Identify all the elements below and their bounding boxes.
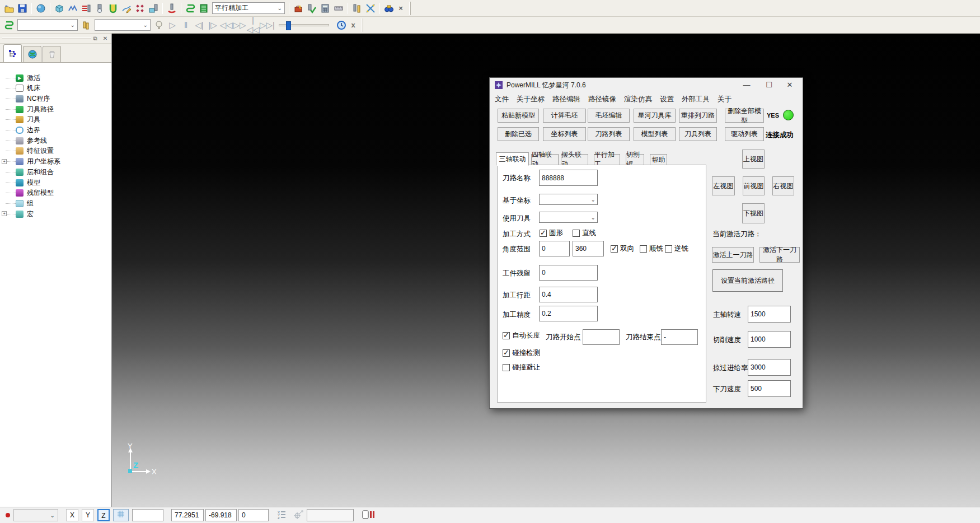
boundary-icon[interactable] [67,2,79,15]
menu-external-tools[interactable]: 外部工具 [678,95,714,104]
axis-y-button[interactable]: Y [82,509,94,521]
menu-render-sim[interactable]: 渲染仿真 [620,95,656,104]
angle-to-input[interactable] [573,241,604,256]
pencil-curve-icon[interactable] [120,2,133,15]
collision-avoid-checkbox[interactable]: 碰撞避让 [503,363,540,372]
tab-saw[interactable]: 切割锯 [626,154,644,165]
tolerance-input[interactable] [539,306,598,321]
menu-path-mirror[interactable]: 路径镜像 [584,95,620,104]
tab-tilthead[interactable]: 摆头联动 [561,154,588,165]
angle-from-input[interactable] [539,241,570,256]
tree-item-6[interactable]: 参考线 [0,136,47,146]
tree-item-9[interactable]: 层和组合 [0,167,54,177]
explorer-tab-trash[interactable] [43,46,61,62]
cutting-speed-input[interactable] [748,331,791,348]
coord-list-icon[interactable]: XYZ [278,510,287,521]
tab-4axis[interactable]: 四轴联动 [531,154,559,165]
checkbox-icon[interactable] [611,245,618,253]
tree-item-8[interactable]: +用户坐标系 [0,157,60,167]
auto-length-checkbox[interactable]: 自动长度 [503,331,540,340]
plunge-speed-input[interactable] [748,380,791,397]
tree-item-2[interactable]: NC程序 [0,94,50,104]
explorer-tab-tree[interactable] [3,44,22,62]
probe-position-icon[interactable] [293,510,303,521]
save-icon[interactable] [16,2,29,15]
view-top-button[interactable]: 上视图 [742,150,765,169]
grid-size-input[interactable] [132,509,163,521]
panel-restore-icon[interactable]: ⧉ [91,35,99,43]
jump-start-button[interactable]: |◁◁ [246,15,260,35]
tree-item-13[interactable]: +宏 [0,209,34,219]
block-icon[interactable] [53,2,65,15]
swap-tool-icon[interactable] [364,2,377,15]
step-back-button[interactable]: ◁| [193,20,206,30]
coord-list-button[interactable]: 坐标列表 [543,127,586,141]
model-list-button[interactable]: 模型列表 [634,127,676,141]
dialog-titlebar[interactable]: PowerMILL 忆梦星河 7.0.6 — ☐ ✕ [490,78,803,92]
tree-item-4[interactable]: 刀具 [0,115,40,125]
activate-prev-toolpath-button[interactable]: 激活上一刀路 [712,247,754,263]
checkbox-icon[interactable] [573,230,580,237]
lightbulb-icon[interactable] [153,19,165,31]
tree-item-0[interactable]: ▶激活 [0,73,40,83]
delete-selected-button[interactable]: 删除已选 [498,127,539,141]
checkbox-icon[interactable] [540,230,547,237]
rewind-button[interactable]: ◁◁ [219,20,233,30]
drill-collision-icon[interactable] [166,2,178,15]
coord-x-input[interactable] [171,509,204,521]
speed-slider-handle[interactable] [286,21,291,30]
spindle-speed-input[interactable] [748,306,791,323]
stock-left-input[interactable] [539,265,598,281]
sim-tool-dropdown[interactable]: ⌄ [95,19,151,31]
tool-block-icon[interactable] [147,2,160,15]
skim-feed-input[interactable] [748,359,791,376]
tab-parallel[interactable]: 平行加工 [594,154,620,165]
sim-toolpath-dropdown[interactable]: ⌄ [17,19,78,31]
tree-item-7[interactable]: 特征设置 [0,146,54,156]
menu-path-edit[interactable]: 路径编辑 [548,95,584,104]
start-point-input[interactable] [583,329,620,345]
coord-z-input[interactable] [238,509,269,521]
mode-linear-checkbox[interactable]: 直线 [573,228,596,238]
view-right-button[interactable]: 右视图 [772,176,794,195]
tree-item-3[interactable]: 刀具路径 [0,104,54,114]
calculator-icon[interactable] [319,2,331,15]
paste-new-model-button[interactable]: 粘贴新模型 [498,109,539,123]
tool-library-button[interactable]: 星河刀具库 [634,109,676,123]
compute-stock-button[interactable]: 计算毛坯 [543,109,586,123]
coord-y-input[interactable] [205,509,237,521]
tool-verify-icon[interactable] [306,2,318,15]
play-button[interactable]: ▷ [166,20,179,30]
set-active-path-button[interactable]: 设置当前激活路径 [712,269,783,292]
clock-icon[interactable] [335,19,348,31]
channel-icon[interactable] [107,2,119,15]
ruler-icon[interactable] [332,2,345,15]
pattern-icon[interactable] [134,2,146,15]
checkbox-icon[interactable] [503,332,510,339]
checkbox-icon[interactable] [640,245,647,253]
view-bottom-button[interactable]: 下视图 [742,203,765,223]
expand-icon[interactable]: + [2,211,7,216]
checkbox-icon[interactable] [503,364,510,371]
tool-levels-icon[interactable] [80,2,92,15]
toolbar-close-icon[interactable]: × [396,4,406,12]
end-point-input[interactable] [661,329,698,345]
speed-slider[interactable] [279,24,329,26]
collision-check-checkbox[interactable]: 碰撞检测 [503,348,540,358]
checkbox-icon[interactable] [665,245,672,253]
pause-output-icon[interactable] [362,510,375,521]
ball-tool-icon[interactable] [93,2,106,15]
grid-toggle-button[interactable] [113,509,129,521]
axis-x-button[interactable]: X [66,509,78,521]
rearrange-toolpath-button[interactable]: 重排列刀路 [679,109,717,123]
expand-icon[interactable]: + [2,159,7,164]
step-forward-button[interactable]: |▷ [206,20,219,30]
activate-next-toolpath-button[interactable]: 激活下一刀路 [759,247,800,263]
jump-end-button[interactable]: ▷▷| [260,20,273,30]
strategy-list-icon[interactable] [198,2,210,15]
minimize-button[interactable]: — [738,79,755,91]
pause-button[interactable]: ‖ [179,20,193,30]
strategy-dropdown[interactable]: 平行精加工 ⌄ [212,2,285,14]
open-icon[interactable] [3,2,15,15]
checkbox-icon[interactable] [503,349,510,357]
